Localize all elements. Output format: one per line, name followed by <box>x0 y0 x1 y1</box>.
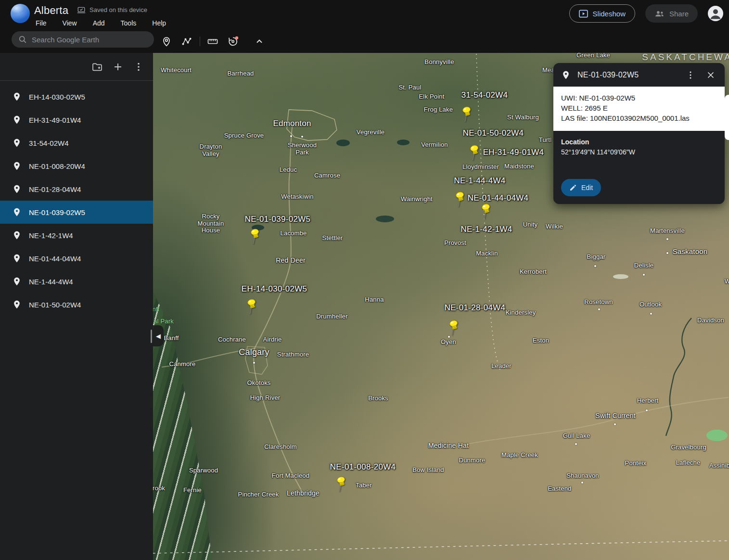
slideshow-button[interactable]: Slideshow <box>569 4 635 23</box>
placemark-list: EH-14-030-02W5EH-31-49-01W431-54-02W4NE-… <box>0 85 153 316</box>
draw-path-tool-button[interactable] <box>181 36 192 47</box>
map-place-label: Airdrie <box>263 336 282 344</box>
tools-row <box>0 30 729 53</box>
place-pin-icon <box>12 161 22 171</box>
map-place-label: Vegreville <box>357 129 384 136</box>
map-place-label: Green Lake <box>576 53 610 59</box>
map-pushpin[interactable] <box>454 191 466 208</box>
placemark-map-label[interactable]: NE-01-008-20W4 <box>330 462 396 471</box>
placemark-map-label[interactable]: NE-1-42-1W4 <box>460 225 512 234</box>
menu-view[interactable]: View <box>62 18 78 28</box>
map-pushpin[interactable] <box>245 299 258 315</box>
new-folder-button[interactable] <box>91 61 104 73</box>
menu-add[interactable]: Add <box>92 18 106 28</box>
map-place-label: Hanna <box>365 296 384 304</box>
search-input[interactable] <box>32 36 148 44</box>
map-place-label: W <box>725 278 729 285</box>
placemark-item[interactable]: NE-01-039-02W5 <box>0 201 153 224</box>
lake <box>397 140 409 145</box>
placemark-item[interactable]: 31-54-02W4 <box>0 131 153 154</box>
map-place-label: Martensville <box>650 228 685 235</box>
map-place-label: Herbert <box>637 397 659 405</box>
place-pin-icon <box>12 277 22 286</box>
place-pin-icon <box>12 92 22 102</box>
map-pushpin[interactable] <box>480 204 492 220</box>
measure-tool-button[interactable] <box>207 36 218 47</box>
map-pushpin[interactable] <box>460 106 473 123</box>
placemark-item[interactable]: NE-01-50-02W4 <box>0 293 153 316</box>
placemark-item[interactable]: EH-14-030-02W5 <box>0 85 153 108</box>
map-pushpin[interactable] <box>448 320 460 336</box>
add-item-button[interactable] <box>112 61 125 73</box>
placemark-label: NE-01-008-20W4 <box>29 162 85 170</box>
collapse-toolbar-button[interactable] <box>254 36 265 47</box>
map-place-label: St. Paul <box>398 84 421 91</box>
map-place-label: Rosetown <box>584 299 613 306</box>
map-pushpin[interactable] <box>335 476 347 493</box>
placemark-label: NE-1-44-4W4 <box>29 278 73 286</box>
menu-bar: File View Add Tools Help <box>35 18 167 28</box>
card-menu-button[interactable] <box>685 68 699 82</box>
town-dot <box>646 409 648 411</box>
highway-line <box>448 397 729 448</box>
town-dot <box>666 238 668 240</box>
rocky-mountains-terrain <box>153 291 235 560</box>
map-place-label: High River <box>250 395 281 402</box>
map-pushpin[interactable] <box>249 229 261 245</box>
placemark-item[interactable]: NE-1-42-1W4 <box>0 224 153 247</box>
detail-well: WELL: 2695 E <box>561 103 717 113</box>
placemark-map-label[interactable]: EH-14-030-02W5 <box>242 284 307 293</box>
offscreen-panel-edge <box>725 95 729 140</box>
placemark-map-label[interactable]: EH-31-49-01W4 <box>483 148 544 157</box>
pencil-icon <box>569 184 577 191</box>
google-earth-logo[interactable] <box>11 4 30 23</box>
placemark-map-label[interactable]: NE-01-50-02W4 <box>463 128 524 138</box>
share-button[interactable]: Share <box>645 4 698 23</box>
search-box[interactable] <box>12 31 154 48</box>
salt-lake <box>613 274 628 279</box>
menu-file[interactable]: File <box>35 18 48 28</box>
sidebar-menu-button[interactable] <box>133 61 145 73</box>
green-lake-area <box>706 430 728 441</box>
placemark-map-label[interactable]: NE-1-44-4W4 <box>454 176 505 185</box>
placemark-map-label[interactable]: NE-01-28-04W4 <box>445 303 506 312</box>
placemark-map-label[interactable]: 31-54-02W4 <box>461 90 508 100</box>
sidebar-scrollbar[interactable] <box>151 330 152 343</box>
placemark-item[interactable]: NE-01-008-20W4 <box>0 154 153 178</box>
slideshow-label: Slideshow <box>593 10 626 18</box>
card-details: UWI: NE-01-039-02W5 WELL: 2695 E LAS fil… <box>553 87 725 131</box>
menu-tools[interactable]: Tools <box>120 18 138 28</box>
map-place-label: Red Deer <box>276 257 306 265</box>
town-dot <box>594 265 596 267</box>
placemark-item[interactable]: EH-31-49-01W4 <box>0 108 153 131</box>
historical-imagery-button[interactable] <box>227 36 239 47</box>
placemark-item[interactable]: NE-1-44-4W4 <box>0 270 153 293</box>
map-place-label: Calgary <box>239 347 269 357</box>
map-place-label: Rocky Mountain House <box>197 213 224 234</box>
placemark-item[interactable]: NE-01-28-04W4 <box>0 178 153 201</box>
highway-line <box>254 124 303 494</box>
map-place-label: Medicine Hat <box>428 442 469 450</box>
us-border-line <box>153 541 729 553</box>
placemark-label: NE-01-50-02W4 <box>29 301 81 309</box>
top-bar: Alberta Saved on this device File View A… <box>0 0 729 30</box>
sidebar-collapse-button[interactable]: ◀ <box>153 325 164 346</box>
town-dot <box>614 423 616 425</box>
placemark-item[interactable]: NE-01-44-04W4 <box>0 247 153 270</box>
town-dot <box>253 362 255 364</box>
map-canvas[interactable]: SASKATCHEWANWhitecourtBarrheadBonnyville… <box>153 53 729 560</box>
account-avatar[interactable] <box>708 6 723 21</box>
card-close-button[interactable] <box>705 68 719 82</box>
card-title: NE-01-039-02W5 <box>577 71 678 79</box>
placemark-label: NE-1-42-1W4 <box>29 231 73 240</box>
menu-help[interactable]: Help <box>151 18 167 28</box>
map-place-label: St Walburg <box>507 114 539 121</box>
edit-button[interactable]: Edit <box>561 179 601 196</box>
add-placemark-tool-button[interactable] <box>161 36 172 47</box>
placemark-map-label[interactable]: NE-01-44-04W4 <box>468 193 529 203</box>
map-place-label: Oyen <box>441 339 456 346</box>
map-pushpin[interactable] <box>468 145 481 161</box>
map-place-label: Leduc <box>280 166 297 174</box>
map-place-label: Swift Current <box>595 412 636 420</box>
placemark-map-label[interactable]: NE-01-039-02W5 <box>245 215 310 224</box>
